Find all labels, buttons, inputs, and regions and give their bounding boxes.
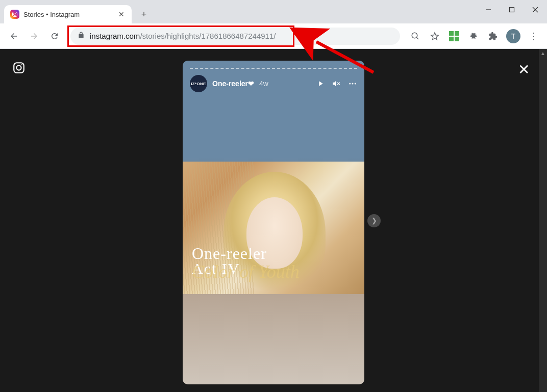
url-path: /stories/highlights/17861866487244911/: [140, 32, 276, 40]
story-username[interactable]: One-reeler❤: [212, 80, 254, 88]
svg-line-5: [416, 37, 418, 39]
close-story-button[interactable]: ✕: [518, 61, 530, 78]
browser-toolbar: instagram.com/stories/highlights/1786186…: [0, 23, 547, 49]
extension-bug-icon[interactable]: [465, 28, 482, 44]
close-window-button[interactable]: [524, 0, 547, 19]
extension-green-icon[interactable]: [446, 28, 462, 44]
url-text: instagram.com/stories/highlights/1786186…: [90, 32, 276, 40]
story-avatar[interactable]: IZ*ONE: [190, 75, 207, 92]
instagram-logo-icon[interactable]: [12, 61, 26, 74]
maximize-button[interactable]: [500, 0, 524, 19]
page-viewport: ✕ ▲ IZ*ONE One-reeler❤ 4w One-reeler Act…: [0, 49, 547, 392]
address-bar-container: instagram.com/stories/highlights/1786186…: [70, 28, 400, 45]
close-tab-icon[interactable]: ✕: [117, 10, 126, 18]
profile-avatar-button[interactable]: T: [506, 29, 520, 43]
window-controls: [477, 0, 547, 19]
tab-title: Stories • Instagram: [23, 11, 113, 18]
more-icon[interactable]: [348, 79, 357, 88]
new-tab-button[interactable]: +: [137, 7, 151, 21]
reload-button[interactable]: [46, 28, 63, 45]
extensions-icon[interactable]: [485, 28, 501, 44]
forward-button[interactable]: [26, 28, 43, 45]
window-titlebar: Stories • Instagram ✕ +: [0, 0, 547, 23]
instagram-favicon: [10, 10, 19, 19]
next-story-button[interactable]: ❯: [367, 214, 381, 227]
play-icon[interactable]: [316, 80, 325, 88]
svg-rect-1: [510, 8, 514, 12]
svg-point-8: [21, 64, 22, 65]
svg-rect-6: [14, 63, 24, 73]
story-progress-bar: [190, 68, 357, 69]
svg-point-13: [355, 83, 356, 85]
bookmark-star-icon[interactable]: [427, 28, 443, 44]
back-button[interactable]: [5, 28, 22, 45]
story-timestamp: 4w: [259, 80, 268, 88]
url-host: instagram.com: [90, 32, 140, 40]
browser-tab[interactable]: Stories • Instagram ✕: [4, 5, 132, 23]
story-controls: [316, 79, 357, 88]
story-card[interactable]: IZ*ONE One-reeler❤ 4w One-reeler Act IV …: [183, 61, 364, 384]
browser-menu-button[interactable]: ⋮: [526, 31, 542, 42]
lock-icon: [78, 32, 85, 40]
story-header: IZ*ONE One-reeler❤ 4w: [190, 75, 357, 92]
scroll-up-icon[interactable]: ▲: [539, 49, 547, 57]
scrollbar[interactable]: ▲: [539, 49, 547, 392]
minimize-button[interactable]: [477, 0, 500, 19]
svg-point-12: [352, 83, 354, 85]
address-bar[interactable]: instagram.com/stories/highlights/1786186…: [70, 28, 400, 45]
svg-point-11: [349, 83, 351, 85]
zoom-icon[interactable]: [407, 28, 424, 44]
svg-point-7: [16, 65, 21, 70]
svg-point-4: [412, 33, 417, 38]
mute-icon[interactable]: [332, 79, 341, 88]
overlay-script-text: Color of Youth: [192, 261, 355, 282]
